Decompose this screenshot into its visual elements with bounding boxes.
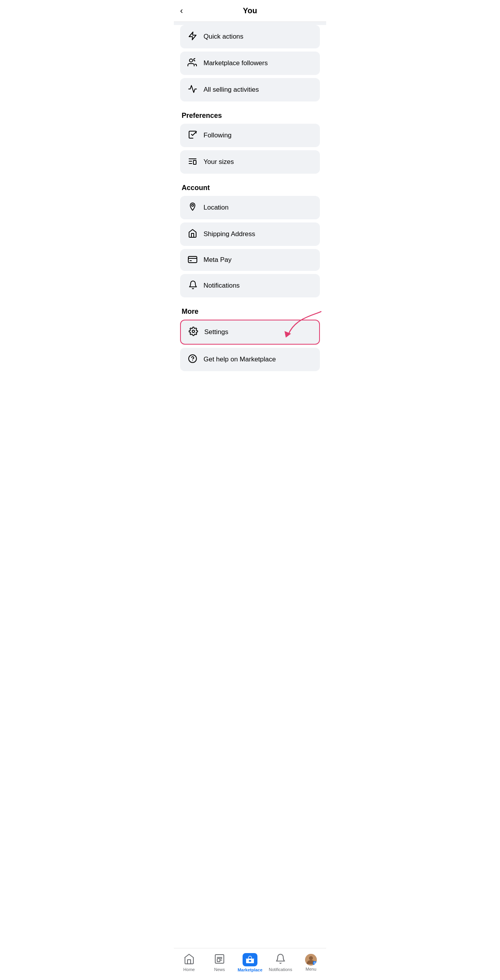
marketplace-icon (243, 953, 257, 966)
following-item[interactable]: Following (180, 124, 320, 147)
more-section: More Settings (174, 301, 326, 371)
more-header: More (180, 301, 320, 320)
meta-pay-icon (187, 255, 198, 265)
nav-home[interactable]: Home (174, 952, 204, 973)
nav-bell-icon (275, 953, 286, 966)
header: ‹ You (174, 0, 326, 22)
sizes-icon (187, 157, 198, 167)
location-label: Location (204, 204, 229, 212)
nav-marketplace[interactable]: Marketplace (235, 952, 265, 974)
svg-rect-13 (217, 959, 220, 962)
top-divider (174, 22, 326, 25)
nav-menu[interactable]: Menu (296, 952, 326, 973)
your-sizes-label: Your sizes (204, 158, 234, 166)
quick-actions-label: Quick actions (204, 33, 243, 41)
marketplace-followers-label: Marketplace followers (204, 59, 268, 67)
svg-point-3 (192, 205, 194, 206)
nav-notifications-label: Notifications (269, 967, 292, 972)
your-sizes-item[interactable]: Your sizes (180, 150, 320, 174)
svg-point-8 (192, 330, 195, 333)
preferences-section: Preferences Following Your size (174, 105, 326, 174)
bottom-nav: Home News Marketplace (174, 948, 326, 980)
bolt-icon (187, 31, 198, 42)
nav-marketplace-label: Marketplace (238, 968, 262, 972)
get-help-item[interactable]: Get help on Marketplace (180, 348, 320, 371)
svg-point-19 (309, 956, 313, 960)
settings-icon (188, 327, 199, 338)
back-button[interactable]: ‹ (180, 6, 183, 16)
following-icon (187, 130, 198, 141)
location-icon (187, 202, 198, 213)
selling-section: Quick actions Marketplace followers A (174, 25, 326, 101)
nav-news-label: News (214, 967, 225, 972)
svg-rect-20 (313, 961, 316, 965)
settings-label: Settings (204, 328, 228, 336)
marketplace-followers-item[interactable]: Marketplace followers (180, 52, 320, 75)
home-icon (184, 953, 195, 966)
quick-actions-item[interactable]: Quick actions (180, 25, 320, 48)
shipping-address-label: Shipping Address (204, 230, 255, 238)
avatar-icon (305, 954, 317, 966)
help-icon (187, 354, 198, 365)
notifications-label: Notifications (204, 282, 240, 290)
all-selling-activities-item[interactable]: All selling activities (180, 78, 320, 101)
account-section: Account Location Shipping Address (174, 177, 326, 297)
shipping-icon (187, 229, 198, 240)
scroll-area: Quick actions Marketplace followers A (174, 22, 326, 406)
get-help-label: Get help on Marketplace (204, 356, 276, 363)
activity-icon (187, 84, 198, 95)
account-header: Account (180, 177, 320, 196)
meta-pay-label: Meta Pay (204, 256, 232, 264)
nav-home-label: Home (183, 967, 195, 972)
following-label: Following (204, 132, 232, 139)
nav-news[interactable]: News (204, 952, 235, 973)
followers-icon (187, 58, 198, 69)
notifications-item[interactable]: Notifications (180, 274, 320, 297)
page-title: You (243, 6, 257, 15)
shipping-address-item[interactable]: Shipping Address (180, 222, 320, 246)
location-item[interactable]: Location (180, 196, 320, 219)
bell-icon (187, 280, 198, 291)
nav-menu-label: Menu (305, 967, 316, 971)
svg-point-1 (189, 59, 193, 62)
svg-rect-2 (193, 160, 196, 164)
settings-item[interactable]: Settings (180, 320, 320, 345)
meta-pay-item[interactable]: Meta Pay (180, 249, 320, 271)
news-icon (214, 953, 225, 966)
preferences-header: Preferences (180, 105, 320, 124)
svg-marker-0 (189, 32, 196, 40)
nav-notifications[interactable]: Notifications (265, 952, 296, 973)
all-selling-activities-label: All selling activities (204, 86, 259, 94)
svg-rect-4 (188, 256, 197, 263)
svg-rect-17 (249, 960, 251, 962)
